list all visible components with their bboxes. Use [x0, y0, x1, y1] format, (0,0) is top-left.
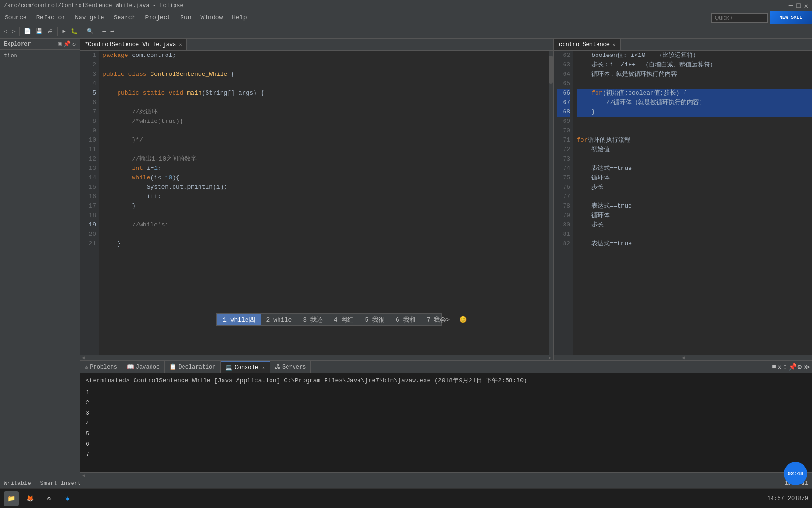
servers-icon: 🖧 [275, 363, 280, 371]
sidebar-collapse[interactable]: ▣ [58, 40, 62, 48]
menu-bar: Source Refactor Navigate Search Project … [0, 11, 812, 24]
taskbar-file-manager[interactable]: 📁 [4, 491, 19, 506]
sidebar-refresh[interactable]: ↻ [72, 40, 76, 48]
toolbar-prev[interactable]: ⟵ [101, 27, 108, 36]
console-tab-close[interactable]: ✕ [262, 365, 265, 371]
clock-time: 02:48 [788, 471, 803, 476]
autocomplete-item-6[interactable]: 6 我和 [390, 314, 421, 325]
panel-pin-btn[interactable]: 📌 [788, 363, 796, 371]
menu-source[interactable]: Source [0, 11, 32, 24]
console-icon: 💻 [225, 364, 232, 371]
menu-refactor[interactable]: Refactor [32, 11, 70, 24]
autocomplete-item-1[interactable]: 1 while四 [217, 314, 261, 325]
toolbar-back[interactable]: ◁ [2, 27, 9, 36]
bottom-tabs-row: ⚠ Problems 📖 Javadoc 📋 Declaration 💻 Con… [80, 361, 812, 373]
taskbar-eclipse[interactable]: ✶ [60, 491, 75, 506]
sidebar-content: tion [0, 50, 80, 478]
right-scroll-left[interactable]: ◀ [680, 355, 686, 360]
console-scroll-left[interactable]: ◀ [80, 473, 87, 478]
bottom-tab-declaration[interactable]: 📋 Declaration [165, 361, 221, 373]
bottom-tab-javadoc[interactable]: 📖 Javadoc [122, 361, 165, 373]
panel-stop-btn[interactable]: ■ [772, 363, 776, 371]
toolbar-run[interactable]: ▶ [60, 27, 67, 36]
taskbar: 📁 🦊 ⚙ ✶ 14:57 2018/9 [0, 488, 812, 508]
right-code-area[interactable]: 62636465 66 67 68 6970717273747576777879… [554, 51, 812, 355]
taskbar-settings[interactable]: ⚙ [41, 491, 56, 506]
left-scrollbar[interactable] [549, 51, 553, 355]
left-scrollbar-thumb[interactable] [549, 56, 553, 84]
autocomplete-popup[interactable]: 1 while四 2 while 3 我还 4 网红 5 我很 6 我和 7 我… [216, 313, 442, 326]
console-header: <terminated> ControlSentence_While [Java… [86, 376, 806, 385]
javadoc-label: Javadoc [136, 364, 159, 371]
console-line-1: 1 [86, 387, 806, 398]
right-code-text[interactable]: boolean值: i<10 （比较运算符） 步长：i--/i++ （自增自减、… [573, 51, 812, 355]
menu-help[interactable]: Help [227, 11, 251, 24]
scroll-right[interactable]: ▶ [547, 355, 553, 360]
sidebar-pin[interactable]: 📌 [64, 40, 71, 48]
right-editor-tabs: controlSentence ✕ [554, 39, 812, 51]
toolbar-next[interactable]: ⟶ [109, 27, 116, 36]
window-title: /src/com/control/ControlSentence_While.j… [4, 2, 183, 9]
toolbar-save[interactable]: 💾 [34, 27, 45, 36]
problems-label: Problems [90, 364, 117, 371]
taskbar-date: 2018/9 [788, 495, 808, 502]
panel-clear-btn[interactable]: ✕ [778, 363, 781, 371]
menu-project[interactable]: Project [140, 11, 175, 24]
autocomplete-item-5[interactable]: 5 我很 [359, 314, 390, 325]
console-content[interactable]: <terminated> ControlSentence_While [Java… [80, 373, 812, 472]
menu-window[interactable]: Window [196, 11, 227, 24]
bottom-tab-servers[interactable]: 🖧 Servers [270, 361, 311, 373]
editors-row: *ControlSentence_While.java ✕ 1234 5 678… [80, 39, 812, 360]
left-tab-close[interactable]: ✕ [179, 42, 182, 48]
panel-more-btn[interactable]: ≫ [803, 363, 810, 371]
autocomplete-item-3[interactable]: 3 我还 [297, 314, 328, 325]
maximize-button[interactable]: □ [796, 2, 800, 10]
bottom-tab-console[interactable]: 💻 Console ✕ [221, 361, 270, 373]
console-scrollbar[interactable]: ◀ [80, 472, 812, 478]
editor-tabs-left: *ControlSentence_While.java ✕ [80, 39, 553, 51]
toolbar-search[interactable]: 🔍 [85, 27, 96, 36]
toolbar-forward[interactable]: ▷ [10, 27, 17, 36]
toolbar-new[interactable]: 📄 [22, 27, 33, 36]
autocomplete-item-2[interactable]: 2 while [261, 315, 298, 325]
servers-label: Servers [282, 364, 306, 371]
menu-navigate[interactable]: Navigate [70, 11, 109, 24]
close-button[interactable]: ✕ [804, 2, 808, 10]
status-smart-insert: Smart Insert [40, 480, 81, 487]
right-scroll-nav: ◀ [554, 355, 812, 360]
autocomplete-item-7[interactable]: 7 我会> [421, 314, 455, 325]
console-line-5: 5 [86, 429, 806, 439]
emoji-button[interactable]: 😊 [455, 314, 470, 325]
menu-run[interactable]: Run [175, 11, 196, 24]
title-bar: /src/com/control/ControlSentence_While.j… [0, 0, 812, 11]
quick-access-input[interactable] [711, 13, 768, 23]
bottom-panel-toolbar: ■ ✕ ↕ 📌 ⚙ ≫ [770, 362, 812, 372]
logo: NEW SMIL [770, 11, 812, 24]
left-editor-tab[interactable]: *ControlSentence_While.java ✕ [80, 39, 187, 50]
autocomplete-list: 1 while四 2 while 3 我还 4 网红 5 我很 6 我和 7 我… [217, 314, 442, 326]
problems-icon: ⚠ [85, 363, 88, 371]
right-tab-label: controlSentence [559, 41, 610, 48]
sidebar-header: Explorer ▣ 📌 ↻ [0, 39, 80, 50]
editor-main: *ControlSentence_While.java ✕ 1234 5 678… [80, 39, 812, 478]
right-line-numbers: 62636465 66 67 68 6970717273747576777879… [554, 51, 573, 355]
panel-scroll-btn[interactable]: ↕ [783, 363, 787, 371]
code-body: 1234 5 6789101112131415161718 19 2021 pa… [80, 51, 553, 355]
right-tab-close[interactable]: ✕ [613, 42, 615, 48]
left-code-editor[interactable]: 1234 5 6789101112131415161718 19 2021 pa… [80, 51, 553, 355]
toolbar-print[interactable]: 🖨 [46, 27, 55, 36]
bottom-tab-problems[interactable]: ⚠ Problems [80, 361, 122, 373]
autocomplete-item-4[interactable]: 4 网红 [328, 314, 359, 325]
toolbar-debug[interactable]: 🐛 [69, 27, 80, 36]
taskbar-firefox[interactable]: 🦊 [23, 491, 38, 506]
console-output: 1 2 3 4 5 6 7 [86, 387, 806, 460]
menu-search[interactable]: Search [109, 11, 141, 24]
sidebar-item-tion[interactable]: tion [2, 52, 78, 60]
left-scroll-nav: ◀ ▶ [80, 355, 553, 360]
minimize-button[interactable]: ─ [789, 2, 793, 10]
right-editor-tab[interactable]: controlSentence ✕ [554, 39, 621, 50]
declaration-label: Declaration [178, 364, 215, 371]
code-text-left[interactable]: package com.control; public class Contro… [99, 51, 553, 355]
panel-settings-btn[interactable]: ⚙ [798, 363, 802, 371]
scroll-left[interactable]: ◀ [80, 355, 87, 360]
